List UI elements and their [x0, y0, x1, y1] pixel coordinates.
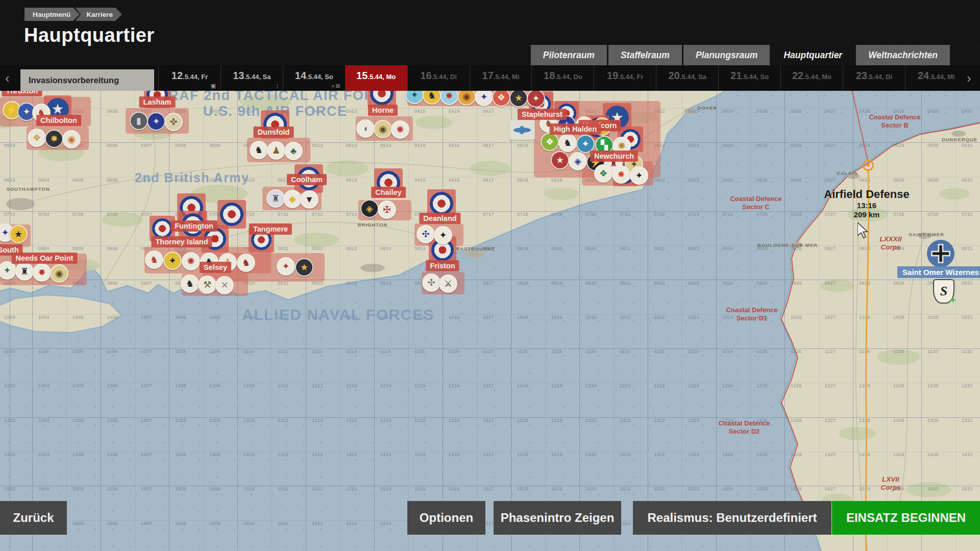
squadron-emblem-icon[interactable]: ◉: [50, 264, 68, 283]
squadron-emblem-icon[interactable]: ★: [551, 151, 569, 169]
raf-roundel-marker[interactable]: [217, 200, 246, 229]
squadron-emblem-icon[interactable]: ★: [509, 89, 528, 107]
squadron-emblem-icon[interactable]: ♜: [266, 189, 285, 208]
squadron-emblem-icon[interactable]: ◈: [569, 152, 587, 170]
squadron-emblem-icon[interactable]: ❖: [28, 129, 46, 147]
airfield-label[interactable]: Selsey: [200, 262, 231, 273]
squadron-emblem-icon[interactable]: ✸: [612, 165, 630, 184]
airfield-label[interactable]: South: [0, 244, 23, 256]
timeline-date-21[interactable]: 21.5.44, So: [718, 65, 780, 91]
squadron-emblem-icon[interactable]: ❖: [594, 164, 612, 183]
tab-weltnachrichten[interactable]: Weltnachrichten: [856, 45, 950, 65]
airfield-label[interactable]: Dunsfold: [254, 127, 294, 138]
airfield-label[interactable]: Funtington: [170, 220, 217, 232]
squadron-emblem-icon[interactable]: ✣: [422, 273, 440, 292]
squadron-emblem-icon[interactable]: ♟: [267, 141, 285, 160]
date-day: 22: [792, 70, 803, 81]
squadron-emblem-icon[interactable]: ♞: [250, 141, 268, 159]
timeline-date-12[interactable]: 12.5.44, Fr▣: [158, 65, 220, 91]
breadcrumb-karriere[interactable]: Karriere: [75, 8, 122, 21]
timeline-date-16[interactable]: 16.5.44, Di: [407, 65, 470, 91]
squadron-emblem-icon[interactable]: ◖: [356, 119, 375, 138]
tab-staffelraum[interactable]: Staffelraum: [608, 45, 682, 65]
emblem-glyph: ⚡: [6, 106, 17, 115]
emblem-glyph: ◉: [462, 92, 471, 101]
squadron-emblem-icon[interactable]: ♞: [237, 254, 255, 272]
squadron-emblem-icon[interactable]: ❖: [541, 133, 559, 151]
emblem-glyph: ❖: [546, 137, 554, 146]
options-button[interactable]: Optionen: [407, 501, 485, 535]
airfield-label[interactable]: Thorney Island: [151, 236, 212, 247]
squadron-emblem-icon[interactable]: ★: [9, 225, 28, 243]
airfield-label[interactable]: Chilbolton: [36, 115, 81, 126]
squadron-emblem-icon[interactable]: ◆: [283, 190, 302, 208]
timeline-date-18[interactable]: 18.5.44, Do: [531, 65, 594, 91]
squadron-emblem-icon[interactable]: ✦: [434, 226, 452, 244]
timeline-date-22[interactable]: 22.5.44, Mo: [780, 65, 843, 91]
airfield-label[interactable]: Friston: [426, 260, 459, 271]
squadron-emblem-icon[interactable]: ✺: [391, 120, 409, 139]
squadron-emblem-icon[interactable]: ✜: [164, 113, 183, 131]
squadron-emblem-icon[interactable]: ❖: [492, 88, 510, 107]
date-cell-icons: ▣: [211, 83, 217, 89]
squadron-emblem-icon[interactable]: ♜: [15, 262, 34, 281]
airfield-label[interactable]: Newchurch: [590, 151, 638, 162]
squadron-emblem-icon[interactable]: ✸: [33, 263, 51, 282]
add-plus-icon[interactable]: +: [950, 295, 956, 306]
squadron-emblem-icon[interactable]: ✦: [277, 257, 295, 276]
timeline-date-13[interactable]: 13.5.44, Sa⁞: [220, 65, 283, 91]
squadron-emblem-icon[interactable]: ♣: [284, 142, 303, 160]
squadron-emblem-icon[interactable]: ▮: [130, 112, 148, 130]
breadcrumb-hauptmenu[interactable]: Hauptmenü: [24, 8, 80, 21]
phase-intro-button[interactable]: Phasenintro Zeigen: [494, 501, 621, 535]
timeline-date-15[interactable]: 15.5.44, Mo: [345, 65, 407, 91]
airfield-label[interactable]: Lasham: [139, 96, 176, 108]
squadron-emblem-icon[interactable]: ★: [295, 258, 313, 277]
squadron-emblem-icon[interactable]: ✦: [163, 252, 182, 270]
squadron-emblem-icon[interactable]: ✦: [527, 89, 545, 108]
squadron-emblem-icon[interactable]: ✦: [147, 112, 165, 131]
squadron-emblem-icon[interactable]: ✣: [416, 225, 435, 243]
emblem-glyph: ❖: [599, 169, 607, 178]
start-mission-button[interactable]: EINSATZ BEGINNEN: [832, 501, 980, 535]
realism-button[interactable]: Realismus: Benutzerdefiniert: [633, 501, 831, 535]
mission-waypoint-icon[interactable]: [863, 160, 874, 171]
timeline-date-23[interactable]: 23.5.44, Di: [843, 65, 905, 91]
squadron-emblem-icon[interactable]: ▼: [300, 190, 318, 209]
airfield-label[interactable]: Staplehurst: [518, 109, 567, 120]
aircraft-card[interactable]: [509, 120, 535, 140]
timeline-date-17[interactable]: 17.5.44, Mi: [470, 65, 532, 91]
squadron-emblem-icon[interactable]: ✦: [630, 166, 648, 185]
airfield-label[interactable]: High Halden: [550, 123, 601, 135]
luftwaffe-airfield-marker[interactable]: [924, 237, 957, 270]
squadron-emblem-icon[interactable]: ◉: [374, 120, 392, 138]
tab-planungsraum[interactable]: Planungsraum: [683, 45, 770, 65]
squadron-emblem-icon[interactable]: ♞: [181, 274, 199, 293]
squadron-emblem-icon[interactable]: ⚒: [198, 276, 216, 294]
date-day: 14: [295, 70, 306, 81]
airfield-label[interactable]: Coolham: [287, 174, 327, 185]
back-button[interactable]: Zurück: [0, 501, 67, 535]
timeline-date-19[interactable]: 19.5.44, Fr: [594, 65, 656, 91]
squadron-emblem-icon[interactable]: ⚔: [439, 274, 457, 293]
timeline-date-24[interactable]: 24.5.44, Mi: [905, 65, 967, 91]
timeline-next-icon[interactable]: ›: [967, 70, 971, 86]
timeline-date-14[interactable]: 14.5.44, So»⊞: [283, 65, 345, 91]
squadron-emblem-icon[interactable]: ✺: [182, 252, 200, 270]
airfield-label[interactable]: Deanland: [419, 213, 460, 224]
poi-label-saint-omer[interactable]: Saint Omer Wizernes: [897, 266, 980, 278]
squadron-emblem-icon[interactable]: ✕: [215, 276, 234, 294]
airfield-label[interactable]: Horne: [368, 105, 398, 116]
airfield-label[interactable]: Chailey: [371, 187, 406, 198]
squadron-emblem-icon[interactable]: ◈: [360, 199, 379, 218]
airfield-label[interactable]: Tangmere: [249, 223, 292, 235]
emblem-glyph: ✦: [532, 94, 540, 103]
squadron-emblem-icon[interactable]: ♞: [145, 251, 163, 269]
squadron-emblem-icon[interactable]: ◉: [62, 130, 81, 148]
squadron-emblem-icon[interactable]: ♞: [558, 134, 577, 152]
tab-hauptquartier[interactable]: Hauptquartier: [771, 45, 854, 65]
squadron-emblem-icon[interactable]: ✠: [378, 201, 396, 219]
timeline-date-20[interactable]: 20.5.44, Sa: [656, 65, 718, 91]
squadron-emblem-icon[interactable]: ✸: [45, 130, 63, 148]
tab-pilotenraum[interactable]: Pilotenraum: [531, 45, 607, 65]
